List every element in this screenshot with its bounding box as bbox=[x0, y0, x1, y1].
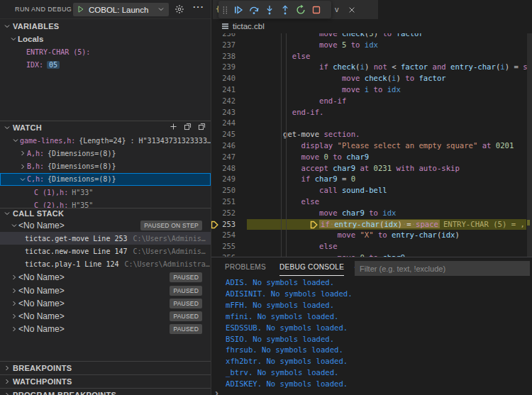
thread-label: <No Name> bbox=[18, 299, 65, 308]
frame-name: tictac.get-move Line 253 bbox=[25, 235, 128, 243]
chevron-right-icon bbox=[18, 162, 27, 171]
watch-section-header[interactable]: WATCH bbox=[0, 121, 211, 134]
line-number: 237 bbox=[218, 40, 235, 51]
console-prompt[interactable]: › bbox=[215, 386, 218, 395]
collapse-all-icon[interactable] bbox=[197, 122, 206, 133]
collapse-all-icon[interactable] bbox=[183, 122, 192, 133]
debug-step-out-button[interactable] bbox=[277, 2, 293, 18]
call-stack-thread[interactable]: <No Name>PAUSED bbox=[0, 297, 211, 310]
code-editor[interactable]: 236 move check(5) to factor237 move 5 to… bbox=[211, 0, 532, 257]
scope-row[interactable]: Locals bbox=[0, 33, 211, 45]
code-line[interactable]: 248 accept char9 at 0231 with auto-skip bbox=[211, 163, 532, 174]
section-header-breakpoints[interactable]: BREAKPOINTS bbox=[0, 361, 211, 374]
code-line[interactable]: 250 call sound-bell bbox=[211, 185, 532, 196]
code-line[interactable]: 249 if char9 = 0 bbox=[211, 174, 532, 185]
code-line[interactable]: 247 move 0 to char9 bbox=[211, 152, 532, 163]
code-line[interactable]: 244 bbox=[211, 118, 532, 129]
section-label: WATCHPOINTS bbox=[13, 377, 72, 386]
run-and-debug-sidebar: RUN AND DEBUG COBOL: Launch ··· VARIABLE… bbox=[0, 0, 211, 395]
editor-scrollbar[interactable] bbox=[527, 33, 532, 257]
add-expression-icon[interactable] bbox=[169, 122, 178, 133]
code-line[interactable]: 241 move i to idx bbox=[211, 84, 532, 96]
code-line[interactable]: 252 move char9 to idx bbox=[211, 208, 532, 219]
status-badge: PAUSED bbox=[170, 311, 202, 321]
watch-name: A,h: bbox=[27, 150, 44, 157]
code-text: move i to idx bbox=[247, 84, 401, 96]
debug-step-into-button[interactable] bbox=[262, 2, 277, 18]
call-stack-thread[interactable]: <No Name>PAUSED bbox=[0, 323, 211, 335]
sidebar-header: RUN AND DEBUG COBOL: Launch ··· bbox=[0, 0, 211, 19]
debug-restart-button[interactable] bbox=[293, 2, 309, 18]
status-badge: PAUSED bbox=[170, 324, 202, 334]
tab-problems[interactable]: PROBLEMS bbox=[225, 257, 266, 277]
call-stack-thread[interactable]: <No Name>PAUSED bbox=[0, 271, 211, 284]
call-stack-thread[interactable]: <No Name>PAUSED ON STEP bbox=[0, 219, 211, 232]
indent-guide bbox=[286, 33, 287, 257]
tab-debug-console[interactable]: DEBUG CONSOLE bbox=[279, 257, 344, 277]
code-text: move char9 to idx bbox=[247, 208, 397, 219]
stack-frame[interactable]: tictac.get-move Line 253C:\Users\Adminis… bbox=[0, 232, 211, 245]
code-line[interactable]: 254 move "X" to entry-char(idx) bbox=[211, 230, 532, 241]
chevron-right-icon bbox=[9, 273, 18, 282]
code-line[interactable]: 255 else bbox=[211, 241, 532, 252]
chevron-right-icon bbox=[9, 312, 18, 321]
chevron-down-icon bbox=[157, 4, 165, 16]
watch-row[interactable]: C (1),h:H"33" bbox=[0, 186, 211, 199]
code-line[interactable]: 253 if·entry-char(idx)·=·spaceENTRY-CHAR… bbox=[211, 219, 532, 230]
code-text: move check(i) to factor bbox=[247, 73, 446, 84]
stack-frame[interactable]: tictac.new-move Line 147C:\Users\Adminis… bbox=[0, 245, 211, 257]
launch-config-select[interactable]: COBOL: Launch bbox=[73, 3, 169, 16]
section-header-watchpoints[interactable]: WATCHPOINTS bbox=[0, 374, 211, 388]
code-line[interactable]: 239 if check(i) not < factor and entry-c… bbox=[211, 62, 532, 73]
chevron-right-icon bbox=[1, 364, 13, 372]
stack-frame[interactable]: tictac.play-1 Line 124C:\Users\Administr… bbox=[0, 258, 211, 271]
variable-row[interactable]: ENTRY-CHAR (5): bbox=[0, 45, 211, 58]
variable-row[interactable]: IDX:05 bbox=[0, 59, 211, 72]
watch-row[interactable]: C (2),h:H"35" bbox=[0, 199, 211, 208]
chevron-down-icon bbox=[1, 22, 13, 30]
frame-name: tictac.new-move Line 147 bbox=[25, 247, 128, 255]
code-line[interactable]: 237 move 5 to idx bbox=[211, 40, 532, 51]
filter-input[interactable]: Filter (e.g. text, !exclude) bbox=[355, 261, 530, 276]
debug-step-over-button[interactable] bbox=[246, 2, 262, 18]
gear-icon[interactable] bbox=[174, 4, 184, 17]
line-number: 243 bbox=[218, 107, 235, 118]
code-line[interactable]: 246 display "Please select an empty squa… bbox=[211, 140, 532, 152]
watch-row[interactable]: game-lines,h:{Length=24} : H"31343731323… bbox=[0, 134, 211, 147]
call-stack-thread[interactable]: <No Name>PAUSED bbox=[0, 284, 211, 296]
inline-debug-annotation: ENTRY-CHAR (5) = , bbox=[443, 220, 525, 228]
watch-row[interactable]: C,h:{Dimensions=(8)} bbox=[0, 173, 211, 186]
section-header-program-breakpoints[interactable]: PROGRAM BREAKPOINTS bbox=[0, 388, 211, 395]
variables-section-header[interactable]: VARIABLES bbox=[0, 19, 211, 33]
frame-name: tictac.play-1 Line 124 bbox=[25, 260, 118, 268]
watch-value: {Dimensions=(8)} bbox=[48, 175, 116, 183]
watch-row[interactable]: B,h:{Dimensions=(8)} bbox=[0, 160, 211, 172]
thread-label: <No Name> bbox=[18, 311, 65, 321]
debug-start-icon[interactable] bbox=[77, 4, 85, 16]
status-badge: PAUSED bbox=[170, 286, 202, 296]
code-line[interactable]: 238 else bbox=[211, 51, 532, 62]
call-stack-thread[interactable]: <No Name>PAUSED bbox=[0, 310, 211, 323]
code-line[interactable]: 243 end-if. bbox=[211, 107, 532, 118]
thread-label: <No Name> bbox=[18, 272, 65, 282]
file-icon bbox=[222, 23, 228, 29]
more-actions-icon[interactable]: ··· bbox=[193, 1, 204, 12]
watch-value: H"33" bbox=[72, 189, 93, 196]
breadcrumb[interactable]: tictac.cbl bbox=[211, 19, 532, 33]
close-icon[interactable] bbox=[348, 4, 356, 17]
code-text: call sound-bell bbox=[247, 185, 387, 196]
chevron-down-icon bbox=[1, 123, 13, 132]
code-text: move 0 to char9 bbox=[247, 152, 369, 163]
call-stack-section-header[interactable]: CALL STACK bbox=[0, 208, 211, 219]
watch-row[interactable]: A,h:{Dimensions=(8)} bbox=[0, 147, 211, 160]
thread-label: <No Name> bbox=[18, 221, 65, 230]
line-number: 238 bbox=[218, 51, 235, 62]
debug-continue-button[interactable] bbox=[231, 2, 246, 18]
code-line[interactable]: 245 get-move section. bbox=[211, 129, 532, 140]
line-number: 245 bbox=[218, 129, 235, 140]
code-line[interactable]: 242 end-if bbox=[211, 96, 532, 107]
watch-value: H"35" bbox=[72, 201, 93, 208]
code-line[interactable]: 251 else bbox=[211, 196, 532, 208]
debug-stop-button[interactable] bbox=[309, 2, 324, 18]
code-line[interactable]: 240 move check(i) to factor bbox=[211, 73, 532, 84]
